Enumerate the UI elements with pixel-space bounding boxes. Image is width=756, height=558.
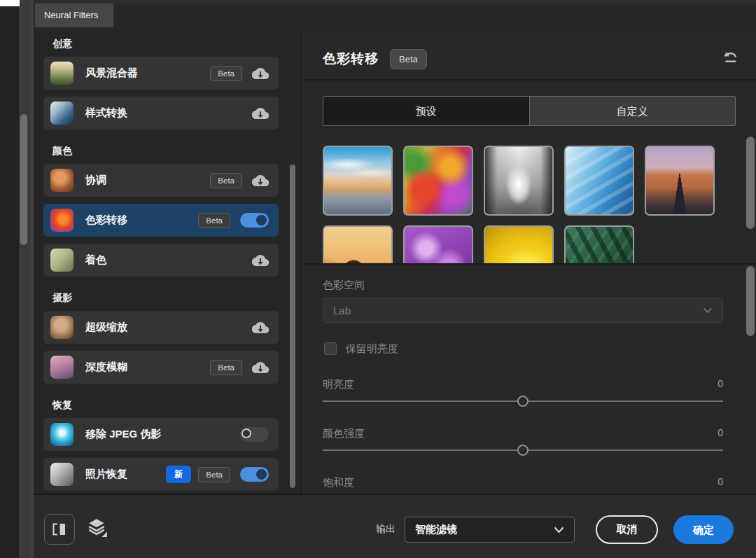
filter-label: 风景混合器 [85, 67, 138, 80]
chevron-down-icon [554, 526, 564, 533]
neural-filters-window-tab[interactable]: Neural Filters [35, 4, 113, 27]
filter-item-color-transfer[interactable]: 色彩转移 Beta [43, 204, 279, 237]
new-badge: 新 [166, 466, 191, 483]
slider-label: 明亮度 [323, 378, 718, 393]
preset-thumbnail-purple-lilac[interactable] [403, 225, 473, 263]
beta-badge: Beta [210, 173, 242, 188]
sidebar-scrollbar-thumb[interactable] [290, 165, 295, 488]
color-strength-slider-group: 颜色强度 0 [323, 427, 723, 456]
section-title-restoration: 恢复 [52, 399, 301, 410]
layers-flyout-button[interactable] [87, 517, 112, 542]
cloud-download-icon[interactable] [252, 106, 269, 120]
preset-thumbnail-desert-road[interactable] [645, 146, 715, 216]
filter-item-photo-restoration[interactable]: 照片恢复 新 Beta [43, 458, 279, 491]
preset-thumbnail-green-leaves[interactable] [564, 225, 634, 263]
section-title-color: 颜色 [52, 145, 301, 156]
filter-item-jpeg-artifacts-removal[interactable]: 移除 JPEG 伪影 [43, 418, 279, 451]
slider-value: 0 [718, 476, 723, 491]
background-scrollbar-thumb[interactable] [20, 114, 27, 245]
output-label: 输出 [376, 523, 396, 536]
luminosity-slider-group: 明亮度 0 [323, 378, 723, 407]
dialog-footer: 输出 智能滤镜 取消 确定 [34, 494, 756, 558]
background-scrollbar-track [19, 0, 31, 558]
beta-badge: Beta [210, 66, 242, 81]
neural-filters-dialog: 创意 风景混合器 Beta 样式转换 颜色 协调 Beta [34, 27, 756, 558]
beta-badge: Beta [198, 213, 230, 228]
filter-title: 色彩转移 [323, 50, 379, 68]
preset-thumbnail-bw-cathedral[interactable] [484, 146, 554, 216]
section-title-photography: 摄影 [52, 292, 301, 303]
filter-label: 深度模糊 [85, 361, 127, 374]
title-beta-badge: Beta [390, 49, 427, 69]
dialog-titlebar: Neural Filters [34, 4, 756, 27]
filter-enable-toggle[interactable] [240, 427, 269, 442]
background-app-area [0, 0, 19, 558]
preset-thumbnail-sunset-lake[interactable] [323, 146, 393, 216]
preset-thumbnail-blue-feathers[interactable] [564, 146, 634, 216]
beta-badge: Beta [210, 360, 242, 375]
filter-thumbnail [50, 356, 74, 379]
cloud-download-icon[interactable] [252, 253, 269, 267]
preset-thumbnail-yellow-flower[interactable] [484, 225, 554, 263]
filter-thumbnail [50, 102, 74, 125]
filter-thumbnail [50, 249, 74, 272]
reset-filter-button[interactable] [722, 49, 739, 66]
preserve-luminosity-label: 保留明亮度 [346, 342, 398, 356]
cloud-download-icon[interactable] [252, 361, 269, 375]
filter-thumbnail [50, 62, 74, 85]
split-view-preview-button[interactable] [44, 514, 75, 545]
filter-label: 着色 [85, 253, 106, 267]
luminosity-slider[interactable] [323, 396, 723, 407]
filter-settings: 色彩空间 Lab 保留明亮度 明亮度 0 颜色强度 [323, 265, 723, 494]
filter-thumbnail [50, 423, 74, 446]
slider-label: 颜色强度 [323, 427, 718, 442]
split-view-icon [51, 522, 68, 536]
preset-thumbnail-orange-silhouette[interactable] [323, 225, 393, 263]
section-title-creative: 创意 [52, 38, 301, 49]
filter-detail-panel: 色彩转移 Beta 预设 自定义 [301, 27, 756, 494]
filter-enable-toggle[interactable] [240, 467, 269, 482]
output-value: 智能滤镜 [415, 523, 554, 536]
preset-thumbnail-abstract-paint[interactable] [403, 146, 473, 216]
settings-scrollbar-thumb[interactable] [746, 266, 755, 336]
tab-custom[interactable]: 自定义 [529, 97, 736, 125]
filter-thumbnail [50, 316, 74, 339]
divider [302, 79, 756, 81]
filter-thumbnail [50, 209, 74, 232]
cloud-download-icon[interactable] [252, 321, 269, 335]
ok-button[interactable]: 确定 [673, 515, 734, 544]
presets-scrollbar-thumb[interactable] [746, 137, 755, 229]
cancel-button[interactable]: 取消 [596, 515, 658, 544]
color-space-select[interactable]: Lab [323, 298, 723, 323]
beta-badge: Beta [198, 467, 230, 482]
saturation-slider-group: 饱和度 0 [323, 476, 723, 494]
filter-label: 样式转换 [85, 106, 127, 120]
slider-handle[interactable] [517, 445, 528, 456]
filter-item-style-transfer[interactable]: 样式转换 [43, 97, 279, 130]
cloud-download-icon[interactable] [252, 174, 269, 188]
cloud-download-icon[interactable] [252, 67, 269, 81]
filter-list-sidebar: 创意 风景混合器 Beta 样式转换 颜色 协调 Beta [34, 27, 301, 494]
filter-label: 照片恢复 [85, 468, 127, 481]
filter-item-landscape-mixer[interactable]: 风景混合器 Beta [43, 57, 279, 90]
color-space-label: 色彩空间 [323, 279, 723, 293]
filter-enable-toggle[interactable] [240, 213, 269, 228]
canvas-corner [0, 0, 20, 6]
filter-item-harmonization[interactable]: 协调 Beta [43, 164, 279, 197]
filter-label: 色彩转移 [85, 214, 127, 227]
slider-handle[interactable] [517, 396, 528, 407]
preset-gallery [323, 143, 737, 263]
filter-item-colorize[interactable]: 着色 [43, 244, 279, 277]
filter-thumbnail [50, 463, 74, 486]
chevron-down-icon [703, 307, 713, 314]
color-strength-slider[interactable] [323, 445, 723, 456]
layers-icon [87, 517, 108, 538]
output-select[interactable]: 智能滤镜 [405, 517, 575, 543]
tab-presets[interactable]: 预设 [323, 97, 529, 125]
filter-item-super-zoom[interactable]: 超级缩放 [43, 311, 279, 344]
filter-item-depth-blur[interactable]: 深度模糊 Beta [43, 351, 279, 384]
slider-value: 0 [718, 378, 723, 393]
slider-value: 0 [718, 427, 723, 442]
filter-label: 协调 [85, 174, 106, 187]
preserve-luminosity-checkbox[interactable] [324, 342, 337, 355]
